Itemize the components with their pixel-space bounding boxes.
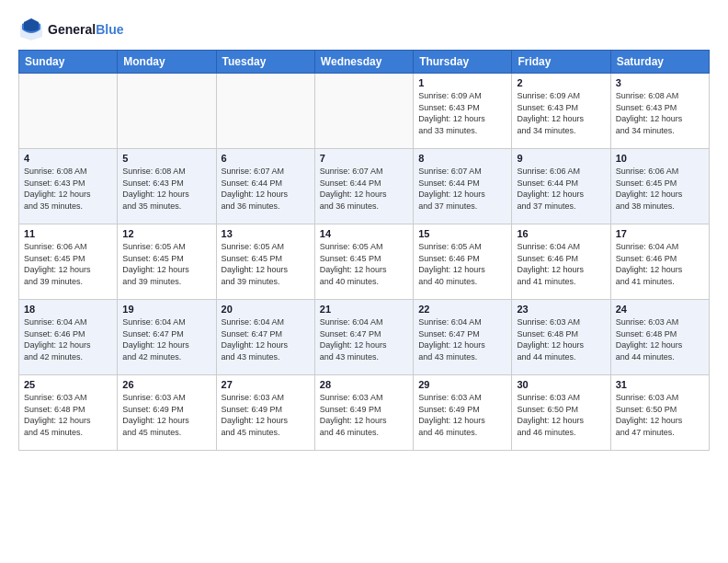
calendar-cell (118, 74, 216, 149)
calendar-header-friday: Friday (512, 51, 610, 74)
calendar-cell: 30Sunrise: 6:03 AM Sunset: 6:50 PM Dayli… (512, 375, 610, 451)
calendar-cell: 3Sunrise: 6:08 AM Sunset: 6:43 PM Daylig… (610, 74, 709, 149)
day-number: 29 (418, 379, 506, 390)
day-info: Sunrise: 6:04 AM Sunset: 6:47 PM Dayligh… (122, 316, 210, 362)
day-number: 17 (616, 228, 704, 239)
calendar-cell: 26Sunrise: 6:03 AM Sunset: 6:49 PM Dayli… (118, 375, 216, 451)
day-number: 11 (24, 228, 112, 239)
day-number: 4 (24, 153, 112, 164)
calendar-header-monday: Monday (118, 51, 216, 74)
calendar-cell: 17Sunrise: 6:04 AM Sunset: 6:46 PM Dayli… (610, 224, 709, 300)
day-info: Sunrise: 6:06 AM Sunset: 6:45 PM Dayligh… (616, 166, 704, 212)
logo-icon (18, 17, 44, 42)
day-info: Sunrise: 6:03 AM Sunset: 6:49 PM Dayligh… (320, 392, 408, 438)
calendar-cell: 7Sunrise: 6:07 AM Sunset: 6:44 PM Daylig… (314, 149, 413, 224)
day-info: Sunrise: 6:03 AM Sunset: 6:49 PM Dayligh… (122, 392, 210, 438)
logo: GeneralBlue (18, 17, 123, 42)
calendar-cell: 16Sunrise: 6:04 AM Sunset: 6:46 PM Dayli… (512, 224, 610, 300)
day-info: Sunrise: 6:03 AM Sunset: 6:50 PM Dayligh… (616, 392, 704, 438)
calendar-cell: 28Sunrise: 6:03 AM Sunset: 6:49 PM Dayli… (314, 375, 413, 451)
calendar-cell: 27Sunrise: 6:03 AM Sunset: 6:49 PM Dayli… (216, 375, 314, 451)
day-number: 31 (616, 379, 704, 390)
day-info: Sunrise: 6:03 AM Sunset: 6:48 PM Dayligh… (616, 316, 704, 362)
calendar-table: SundayMondayTuesdayWednesdayThursdayFrid… (18, 50, 710, 451)
day-info: Sunrise: 6:04 AM Sunset: 6:47 PM Dayligh… (222, 316, 310, 362)
calendar-cell: 13Sunrise: 6:05 AM Sunset: 6:45 PM Dayli… (216, 224, 314, 300)
calendar-cell (216, 74, 314, 149)
day-info: Sunrise: 6:05 AM Sunset: 6:45 PM Dayligh… (222, 241, 310, 287)
calendar-header-thursday: Thursday (414, 51, 512, 74)
day-info: Sunrise: 6:07 AM Sunset: 6:44 PM Dayligh… (418, 166, 506, 212)
calendar-cell: 14Sunrise: 6:05 AM Sunset: 6:45 PM Dayli… (314, 224, 413, 300)
calendar-week-3: 11Sunrise: 6:06 AM Sunset: 6:45 PM Dayli… (19, 224, 710, 300)
day-info: Sunrise: 6:05 AM Sunset: 6:45 PM Dayligh… (320, 241, 408, 287)
calendar-cell (314, 74, 413, 149)
calendar-cell: 1Sunrise: 6:09 AM Sunset: 6:43 PM Daylig… (414, 74, 512, 149)
calendar-week-2: 4Sunrise: 6:08 AM Sunset: 6:43 PM Daylig… (19, 149, 710, 224)
calendar-cell: 23Sunrise: 6:03 AM Sunset: 6:48 PM Dayli… (512, 300, 610, 375)
day-info: Sunrise: 6:04 AM Sunset: 6:47 PM Dayligh… (320, 316, 408, 362)
day-info: Sunrise: 6:08 AM Sunset: 6:43 PM Dayligh… (24, 166, 112, 212)
day-info: Sunrise: 6:04 AM Sunset: 6:46 PM Dayligh… (517, 241, 605, 287)
day-info: Sunrise: 6:05 AM Sunset: 6:45 PM Dayligh… (122, 241, 210, 287)
calendar-cell: 11Sunrise: 6:06 AM Sunset: 6:45 PM Dayli… (19, 224, 118, 300)
day-number: 5 (122, 153, 210, 164)
day-info: Sunrise: 6:08 AM Sunset: 6:43 PM Dayligh… (122, 166, 210, 212)
day-number: 2 (517, 77, 605, 88)
calendar-cell: 10Sunrise: 6:06 AM Sunset: 6:45 PM Dayli… (610, 149, 709, 224)
day-number: 30 (517, 379, 605, 390)
calendar-cell: 24Sunrise: 6:03 AM Sunset: 6:48 PM Dayli… (610, 300, 709, 375)
day-info: Sunrise: 6:09 AM Sunset: 6:43 PM Dayligh… (517, 90, 605, 136)
day-number: 21 (320, 304, 408, 315)
day-info: Sunrise: 6:06 AM Sunset: 6:44 PM Dayligh… (517, 166, 605, 212)
calendar-week-5: 25Sunrise: 6:03 AM Sunset: 6:48 PM Dayli… (19, 375, 710, 451)
day-number: 7 (320, 153, 408, 164)
calendar-cell: 12Sunrise: 6:05 AM Sunset: 6:45 PM Dayli… (118, 224, 216, 300)
day-info: Sunrise: 6:03 AM Sunset: 6:49 PM Dayligh… (418, 392, 506, 438)
day-info: Sunrise: 6:03 AM Sunset: 6:50 PM Dayligh… (517, 392, 605, 438)
day-number: 10 (616, 153, 704, 164)
day-number: 9 (517, 153, 605, 164)
calendar-cell: 21Sunrise: 6:04 AM Sunset: 6:47 PM Dayli… (314, 300, 413, 375)
calendar-cell: 6Sunrise: 6:07 AM Sunset: 6:44 PM Daylig… (216, 149, 314, 224)
day-number: 24 (616, 304, 704, 315)
calendar-cell: 8Sunrise: 6:07 AM Sunset: 6:44 PM Daylig… (414, 149, 512, 224)
calendar-cell: 9Sunrise: 6:06 AM Sunset: 6:44 PM Daylig… (512, 149, 610, 224)
day-info: Sunrise: 6:05 AM Sunset: 6:46 PM Dayligh… (418, 241, 506, 287)
day-number: 18 (24, 304, 112, 315)
page: GeneralBlue SundayMondayTuesdayWednesday… (0, 0, 728, 563)
day-number: 28 (320, 379, 408, 390)
calendar-header-tuesday: Tuesday (216, 51, 314, 74)
day-number: 12 (122, 228, 210, 239)
day-number: 19 (122, 304, 210, 315)
day-number: 13 (222, 228, 310, 239)
calendar-cell: 22Sunrise: 6:04 AM Sunset: 6:47 PM Dayli… (414, 300, 512, 375)
day-info: Sunrise: 6:07 AM Sunset: 6:44 PM Dayligh… (222, 166, 310, 212)
day-number: 14 (320, 228, 408, 239)
day-number: 23 (517, 304, 605, 315)
calendar-cell: 5Sunrise: 6:08 AM Sunset: 6:43 PM Daylig… (118, 149, 216, 224)
day-info: Sunrise: 6:03 AM Sunset: 6:48 PM Dayligh… (517, 316, 605, 362)
calendar-cell: 4Sunrise: 6:08 AM Sunset: 6:43 PM Daylig… (19, 149, 118, 224)
day-number: 22 (418, 304, 506, 315)
day-number: 15 (418, 228, 506, 239)
day-number: 3 (616, 77, 704, 88)
calendar-header-sunday: Sunday (19, 51, 118, 74)
calendar-header-saturday: Saturday (610, 51, 709, 74)
day-info: Sunrise: 6:03 AM Sunset: 6:48 PM Dayligh… (24, 392, 112, 438)
day-number: 20 (222, 304, 310, 315)
day-number: 26 (122, 379, 210, 390)
calendar-cell: 20Sunrise: 6:04 AM Sunset: 6:47 PM Dayli… (216, 300, 314, 375)
calendar-cell: 31Sunrise: 6:03 AM Sunset: 6:50 PM Dayli… (610, 375, 709, 451)
header: GeneralBlue (18, 17, 710, 42)
day-info: Sunrise: 6:03 AM Sunset: 6:49 PM Dayligh… (222, 392, 310, 438)
calendar-week-1: 1Sunrise: 6:09 AM Sunset: 6:43 PM Daylig… (19, 74, 710, 149)
calendar-cell: 29Sunrise: 6:03 AM Sunset: 6:49 PM Dayli… (414, 375, 512, 451)
day-info: Sunrise: 6:04 AM Sunset: 6:47 PM Dayligh… (418, 316, 506, 362)
day-number: 16 (517, 228, 605, 239)
day-info: Sunrise: 6:06 AM Sunset: 6:45 PM Dayligh… (24, 241, 112, 287)
calendar-cell: 2Sunrise: 6:09 AM Sunset: 6:43 PM Daylig… (512, 74, 610, 149)
calendar-cell: 18Sunrise: 6:04 AM Sunset: 6:46 PM Dayli… (19, 300, 118, 375)
calendar-week-4: 18Sunrise: 6:04 AM Sunset: 6:46 PM Dayli… (19, 300, 710, 375)
day-number: 27 (222, 379, 310, 390)
